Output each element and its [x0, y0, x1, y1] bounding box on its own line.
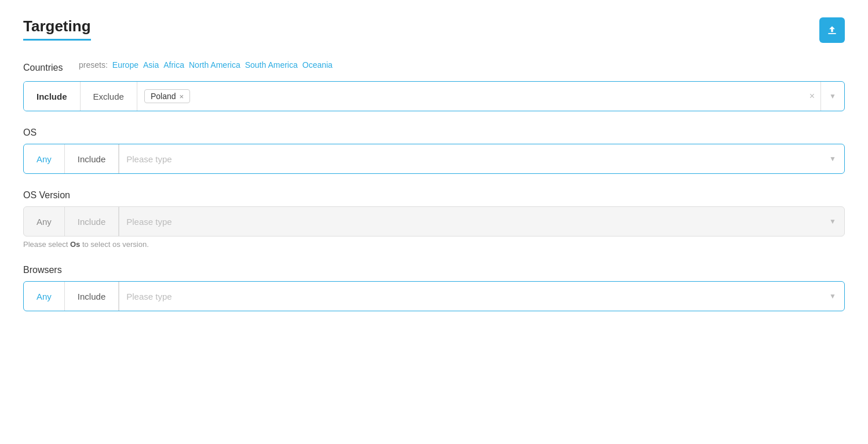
presets-label: presets: — [79, 60, 108, 70]
preset-oceania[interactable]: Oceania — [302, 60, 333, 70]
page-container: Targeting Countries presets: Europe Asia… — [0, 0, 868, 444]
countries-header: Countries presets: Europe Asia Africa No… — [23, 60, 845, 75]
os-version-hint: Please select Os to select os version. — [23, 240, 845, 249]
preset-north-america[interactable]: North America — [189, 60, 240, 70]
countries-include-btn[interactable]: Include — [24, 82, 81, 111]
upload-button[interactable] — [819, 17, 845, 43]
preset-south-america[interactable]: South America — [245, 60, 298, 70]
os-input-row: Any Include Please type ▼ — [23, 144, 845, 174]
browsers-dropdown-arrow[interactable]: ▼ — [821, 282, 844, 311]
os-version-include-btn[interactable]: Include — [65, 207, 119, 236]
page-title: Targeting — [23, 17, 91, 41]
countries-toggle-group: Include Exclude — [24, 82, 137, 111]
os-version-placeholder: Please type — [126, 217, 172, 227]
presets-row: presets: Europe Asia Africa North Americ… — [79, 60, 333, 70]
os-any-btn[interactable]: Any — [24, 144, 65, 173]
poland-tag-label: Poland — [151, 92, 176, 101]
os-toggle-group: Any Include — [24, 144, 119, 173]
os-version-hint-bold: Os — [70, 240, 80, 249]
os-version-any-btn[interactable]: Any — [24, 207, 65, 236]
os-version-dropdown-arrow: ▼ — [821, 207, 844, 236]
countries-input-row: Include Exclude Poland × × ▼ — [23, 81, 845, 111]
browsers-any-btn[interactable]: Any — [24, 282, 65, 311]
preset-africa[interactable]: Africa — [163, 60, 184, 70]
os-version-input-row: Any Include Please type ▼ — [23, 206, 845, 236]
os-label: OS — [23, 128, 845, 138]
browsers-field-area[interactable]: Please type — [119, 282, 821, 311]
os-include-btn[interactable]: Include — [65, 144, 119, 173]
os-version-section: OS Version Any Include Please type ▼ Ple… — [23, 190, 845, 249]
poland-tag: Poland × — [144, 89, 190, 103]
browsers-label: Browsers — [23, 265, 845, 275]
countries-field-area[interactable]: Poland × — [137, 82, 804, 111]
os-section: OS Any Include Please type ▼ — [23, 128, 845, 174]
countries-label: Countries — [23, 63, 70, 73]
os-version-toggle-group: Any Include — [24, 207, 119, 236]
browsers-placeholder: Please type — [126, 292, 172, 301]
countries-section: Countries presets: Europe Asia Africa No… — [23, 60, 845, 111]
poland-tag-close[interactable]: × — [179, 93, 184, 100]
os-placeholder: Please type — [126, 154, 172, 164]
upload-icon — [826, 24, 838, 36]
browsers-include-btn[interactable]: Include — [65, 282, 119, 311]
os-version-label: OS Version — [23, 190, 845, 201]
os-version-field-area: Please type — [119, 207, 821, 236]
page-header: Targeting — [23, 17, 845, 43]
browsers-section: Browsers Any Include Please type ▼ — [23, 265, 845, 311]
countries-exclude-btn[interactable]: Exclude — [81, 82, 137, 111]
browsers-toggle-group: Any Include — [24, 282, 119, 311]
os-field-area[interactable]: Please type — [119, 144, 821, 173]
countries-clear-btn[interactable]: × — [804, 82, 820, 111]
countries-dropdown-arrow[interactable]: ▼ — [821, 82, 844, 111]
preset-europe[interactable]: Europe — [112, 60, 138, 70]
os-dropdown-arrow[interactable]: ▼ — [821, 144, 844, 173]
browsers-input-row: Any Include Please type ▼ — [23, 281, 845, 311]
preset-asia[interactable]: Asia — [143, 60, 159, 70]
